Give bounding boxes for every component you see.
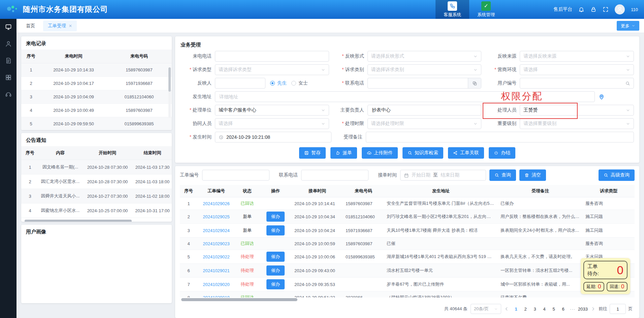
grid-icon[interactable] xyxy=(5,74,12,81)
prev-page-icon[interactable] xyxy=(504,307,509,311)
page-number[interactable]: 4 xyxy=(540,307,548,312)
vertical-scrollbar[interactable] xyxy=(168,67,171,118)
horizontal-scrollbar[interactable] xyxy=(25,220,168,222)
field-label: 联系电话 xyxy=(333,80,367,86)
page-number[interactable]: 1 xyxy=(512,307,520,312)
after-sales-platform-link[interactable]: 售后平台 xyxy=(553,6,572,12)
monitor-icon[interactable] xyxy=(5,24,12,30)
headset-icon[interactable] xyxy=(5,91,12,98)
reflect-form-select[interactable]: 请选择反映形式 xyxy=(367,51,482,62)
urge-button[interactable]: 催办 xyxy=(266,225,285,235)
next-page-icon[interactable] xyxy=(591,307,595,311)
reflect-source-select[interactable]: 请选择反映来源 xyxy=(520,51,634,62)
brand: 随州市水务集团有限公司 xyxy=(6,4,108,14)
call-record-row[interactable]: 12024-10-29 10:14:3315897603987 xyxy=(21,63,172,77)
办结-button[interactable]: 办结 xyxy=(489,147,515,159)
document-icon[interactable] xyxy=(5,57,12,64)
urge-button[interactable]: 催办 xyxy=(266,252,285,262)
nav-customer-service[interactable]: 客服系统 xyxy=(436,0,469,19)
lock-icon[interactable] xyxy=(590,6,597,12)
close-tab-icon[interactable]: ✕ xyxy=(69,24,72,28)
call-phone: 15897603987 xyxy=(106,63,172,77)
order-number-link[interactable]: 20241029021 xyxy=(203,268,230,273)
todo-return-box[interactable]: 回退:0 xyxy=(607,282,627,291)
page-number[interactable]: 2 xyxy=(521,307,529,312)
location-pin-icon[interactable] xyxy=(598,93,605,100)
copy-button[interactable] xyxy=(468,78,481,88)
tab-home[interactable]: 首页 xyxy=(21,21,40,31)
page-size-select[interactable]: 20条/页 xyxy=(471,304,501,314)
user-icon[interactable] xyxy=(5,40,12,47)
appeal-category-select[interactable]: 请选择诉求类别 xyxy=(367,64,482,75)
page-number[interactable]: 6 xyxy=(559,307,567,312)
call-time: 2024-10-29 10:04:17 xyxy=(41,77,106,90)
order-number-link[interactable]: 20241029019 xyxy=(203,295,230,298)
order-number-link[interactable]: 20241029025 xyxy=(203,214,230,219)
top-header: 随州市水务集团有限公司 客服系统 ✓ 系统管理 售后平台 110 xyxy=(0,0,644,19)
power-icon xyxy=(494,151,498,155)
co-staff-select[interactable]: 请选择 xyxy=(215,118,329,129)
handler-select[interactable]: 王赟赟 xyxy=(520,105,634,116)
urge-button[interactable]: 催办 xyxy=(266,279,285,289)
order-number-link[interactable]: 20241029026 xyxy=(203,201,230,206)
urge-button[interactable]: 催办 xyxy=(266,212,285,222)
avatar[interactable] xyxy=(615,4,625,14)
page-number[interactable]: 2033 xyxy=(578,307,588,312)
tab-work-order[interactable]: 工单受理 ✕ xyxy=(43,21,77,31)
col-header: 结束时间 xyxy=(133,146,172,160)
todo-delay-box[interactable]: 延期:0 xyxy=(583,282,604,291)
notice-row[interactable]: 2因汇龙湾小区需水...2024-10-28 07:30:002024-11-0… xyxy=(21,174,172,189)
notice-row[interactable]: 1因文峰名居一期(...2024-10-28 07:30:002024-11-0… xyxy=(21,160,172,174)
horizontal-scrollbar[interactable] xyxy=(181,298,635,301)
chevron-down-icon xyxy=(626,122,630,126)
notice-row[interactable]: 4因蜜纳左岸小区水...2024-10-25 07:00:002024-10-3… xyxy=(21,203,172,218)
call-record-row[interactable]: 22024-10-29 10:04:1715971936687 xyxy=(21,77,172,90)
fullscreen-icon[interactable] xyxy=(603,6,609,12)
more-button[interactable]: 更多 xyxy=(617,21,639,31)
gender-radio-male[interactable]: 先生 xyxy=(270,80,287,86)
field-reporter: 反映人 先生 女士 xyxy=(181,78,329,89)
search-phone-input[interactable] xyxy=(305,172,365,178)
date-range-picker[interactable]: 开始日期 至 结束日期 xyxy=(400,170,486,181)
call-phone-input[interactable] xyxy=(219,53,325,59)
gender-radio-female[interactable]: 女士 xyxy=(291,80,308,86)
order-number-link[interactable]: 20241029020 xyxy=(203,282,230,287)
工单关联-button[interactable]: 工单关联 xyxy=(448,147,484,159)
contact-phone-input[interactable] xyxy=(371,80,468,86)
handle-limit-select[interactable]: 请选择处理时限 xyxy=(367,118,482,129)
派单-button[interactable]: 派单 xyxy=(330,147,357,159)
reporter-input[interactable] xyxy=(219,80,262,86)
page-number[interactable]: 3 xyxy=(531,307,539,312)
query-button[interactable]: 查询 xyxy=(489,169,516,181)
remark-input[interactable] xyxy=(369,134,630,140)
urge-button[interactable]: 催办 xyxy=(266,265,285,276)
notice-row[interactable]: 3因舜井大道天风小...2024-10-27 07:30:002024-11-0… xyxy=(21,189,172,203)
nav-system-management[interactable]: ✓ 系统管理 xyxy=(469,0,503,19)
clear-button[interactable]: 清空 xyxy=(519,169,546,181)
page-number[interactable]: 5 xyxy=(550,307,558,312)
advanced-query-button[interactable]: 高级查询 xyxy=(599,169,635,181)
search-icon[interactable] xyxy=(625,81,630,86)
handle-unit-select[interactable]: 城中客户服务中心 xyxy=(215,105,329,116)
call-record-row[interactable]: 52024-10-29 09:59:50015899639385 xyxy=(21,117,172,130)
order-number-link[interactable]: 20241029023 xyxy=(203,241,230,246)
business-env-select[interactable]: 请选择 xyxy=(520,64,634,75)
知识库检索-button[interactable]: 知识库检索 xyxy=(402,147,443,159)
order-number-link[interactable]: 20241029024 xyxy=(203,228,230,233)
user-no-input[interactable] xyxy=(523,80,625,86)
call-record-row[interactable]: 32024-10-29 10:04:09018512104060 xyxy=(21,90,172,104)
search-order-no-input[interactable] xyxy=(206,172,266,178)
main-principal-input[interactable] xyxy=(371,107,478,113)
暂存-button[interactable]: 暂存 xyxy=(299,147,326,159)
bell-icon[interactable] xyxy=(578,6,584,12)
上传附件-button[interactable]: 上传附件 xyxy=(362,147,398,159)
orders-col-header: 状态 xyxy=(235,185,259,197)
importance-select[interactable]: 请选择重要级别 xyxy=(520,118,634,129)
appeal-type-select[interactable]: 请选择诉求类型 xyxy=(215,64,329,75)
occur-time-picker[interactable]: 2024-10-29 10:21:08 xyxy=(215,132,331,142)
call-record-row[interactable]: 42024-10-29 10:00:4915897603987 xyxy=(21,104,172,117)
todo-main-box[interactable]: 工单 待办: 0 xyxy=(583,261,627,279)
order-number-link[interactable]: 20241029022 xyxy=(203,254,230,259)
goto-page-input[interactable] xyxy=(610,304,626,314)
call-no: 2 xyxy=(21,77,41,90)
